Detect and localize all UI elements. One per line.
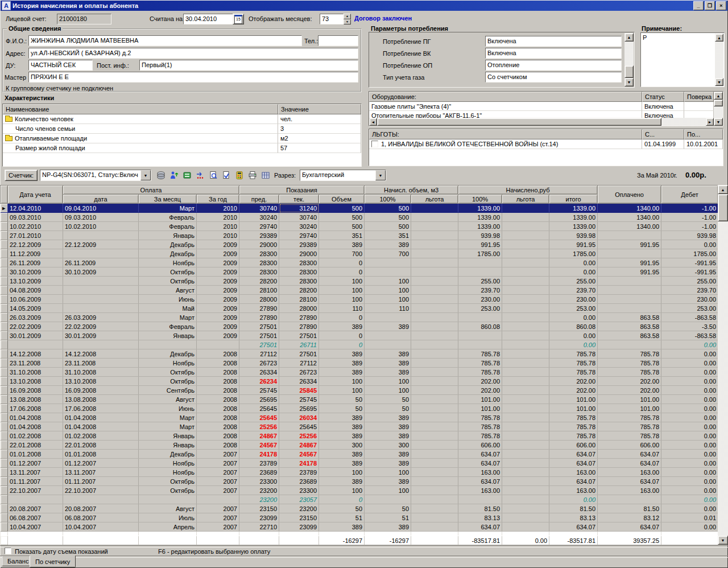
col-header-equipment[interactable]: Оборудование: xyxy=(369,92,642,102)
col-header-tek[interactable]: тек. xyxy=(279,195,319,204)
table-row[interactable]: Газовые плиты "Электа (4)"Включена xyxy=(369,102,723,111)
equipment-hscrollbar[interactable]: ◄ ► xyxy=(369,118,714,126)
table-row[interactable]: 22.02.200922.02.2009Февраль2009275012789… xyxy=(1,322,718,331)
table-row[interactable]: 14.12.200814.12.2008Декабрь2008271122750… xyxy=(1,349,718,359)
col-header-oplacheno[interactable]: Оплачено xyxy=(598,186,661,204)
col-header-data-ucheta[interactable]: Дата учета xyxy=(8,186,63,204)
equipment-vscrollbar[interactable]: ▲ ▼ xyxy=(714,92,723,126)
scroll-down-icon[interactable]: ▼ xyxy=(715,78,723,86)
table-row[interactable]: 13.10.2009Октябрь20092820028300100100255… xyxy=(1,277,718,286)
col-header-100-rub[interactable]: 100% xyxy=(458,195,502,204)
col-header-value[interactable]: Значение xyxy=(278,104,361,114)
scroll-down-icon[interactable]: ▼ xyxy=(718,536,728,545)
scroll-up-icon[interactable]: ▲ xyxy=(624,33,634,42)
close-button[interactable]: × xyxy=(716,1,726,10)
group-header-nachisleno[interactable]: Начислено,руб xyxy=(458,186,598,195)
master-field[interactable]: ПРЯХИН Е Е xyxy=(28,72,358,83)
preview-icon[interactable] xyxy=(208,170,218,180)
consumption-scrollbar[interactable]: ▲ ▼ xyxy=(624,33,634,87)
scroll-down-icon[interactable]: ▼ xyxy=(624,78,634,87)
col-header-za-mes[interactable]: За месяц xyxy=(139,195,197,204)
col-header-obyem[interactable]: Объем xyxy=(319,195,365,204)
card-index-icon[interactable] xyxy=(182,170,192,180)
col-header-name[interactable]: Наименование xyxy=(3,104,278,114)
grid-icon[interactable] xyxy=(260,170,270,180)
spinner-down-icon[interactable]: ▼ xyxy=(344,19,351,25)
col-header-debet[interactable]: Дебет xyxy=(661,186,718,204)
note-textarea[interactable]: Р ▲ ▼ xyxy=(640,32,725,87)
show-reading-date-checkbox[interactable] xyxy=(5,548,11,554)
col-header-100-m3[interactable]: 100% xyxy=(365,195,411,204)
address-field[interactable]: ул.АЛ-НЕВСКИЙ ( БАЗАРНАЯ) д.2 xyxy=(28,48,358,59)
scroll-right-icon[interactable]: ► xyxy=(706,118,714,126)
col-header-to[interactable]: По... xyxy=(684,129,723,139)
list-item[interactable]: Количество человекчел. xyxy=(3,114,361,124)
table-row[interactable]: 16.09.200816.09.2008Сентябрь200825745258… xyxy=(1,386,718,395)
note-scrollbar[interactable]: ▲ ▼ xyxy=(715,34,723,86)
consumption-value-field[interactable]: Отопление xyxy=(485,60,622,71)
col-header-oplata-data[interactable]: дата xyxy=(63,195,139,204)
minimize-button[interactable]: _ xyxy=(693,1,704,10)
device-icon[interactable] xyxy=(234,170,244,180)
months-field[interactable]: 73 xyxy=(320,14,344,24)
database-icon[interactable] xyxy=(156,170,166,180)
scroll-thumb[interactable] xyxy=(718,194,728,221)
table-row[interactable]: 26.03.200926.03.2009Март2009278902789000… xyxy=(1,313,718,322)
list-item[interactable]: Число членов семьи3 xyxy=(3,124,361,134)
col-header-itogo[interactable]: итого xyxy=(549,195,598,204)
table-row[interactable]: 13.10.200813.10.2008Октябрь2008262342633… xyxy=(1,377,718,386)
table-row[interactable]: 01.11.200701.11.2007Октябрь2007233002368… xyxy=(1,477,718,486)
benefit-checkbox[interactable] xyxy=(371,141,378,147)
scroll-up-icon[interactable]: ▲ xyxy=(714,92,723,100)
post-inf-field[interactable]: Первый(1) xyxy=(139,60,358,71)
col-header-benefits[interactable]: ЛЬГОТЫ: xyxy=(369,129,642,139)
scroll-thumb[interactable] xyxy=(714,100,723,106)
person-export-icon[interactable] xyxy=(169,170,179,180)
spinner-up-icon[interactable]: ▲ xyxy=(344,14,351,19)
table-row[interactable]: 01.01.200801.01.2008Декабрь2007241782456… xyxy=(1,450,718,459)
table-row[interactable]: 31.10.200831.10.2008Октябрь2008263342672… xyxy=(1,368,718,377)
table-row[interactable]: 10.02.201010.02.2010Февраль2010297403024… xyxy=(1,222,718,231)
fio-field[interactable]: ЖИНЖИНА ЛЮДМИЛА МАТВЕЕВНА xyxy=(28,35,302,46)
table-row[interactable]: 04.08.2009Август20092810028200100100239.… xyxy=(1,286,718,295)
tab-po-schetchiku[interactable]: По счетчику xyxy=(30,555,76,567)
table-row[interactable]: 01.04.200801.04.2008Март2008256452603438… xyxy=(1,413,718,422)
table-row[interactable]: 01.04.200801.04.2008Март2008252562564538… xyxy=(1,422,718,431)
col-header-lgota-m3[interactable]: льгота xyxy=(411,195,458,204)
transfer-icon[interactable] xyxy=(195,170,205,180)
razrez-dropdown[interactable]: Бухгалтерский ▼ xyxy=(300,170,386,181)
scroll-up-icon[interactable]: ▲ xyxy=(718,185,728,194)
check-doc-icon[interactable] xyxy=(221,170,231,180)
col-header-from[interactable]: С... xyxy=(642,129,684,139)
maximize-button[interactable]: ❐ xyxy=(705,1,715,10)
group-header-oplata[interactable]: Оплата xyxy=(63,186,239,195)
table-row[interactable]: 23.11.200823.11.2008Ноябрь20082672327112… xyxy=(1,359,718,368)
table-row[interactable]: 20.08.200720.08.2007Август20072315023200… xyxy=(1,504,718,513)
counter-button[interactable]: Счетчик: xyxy=(5,170,38,181)
scroll-thumb[interactable] xyxy=(377,118,661,126)
table-row[interactable]: 1, ИНВАЛИДЫ ВЕЛИКОЙ ОТЕЧЕСТВЕННОЙ ВОЙНЫ … xyxy=(369,139,723,149)
table-row[interactable]: 27.01.2010Январь20102938929740351351939.… xyxy=(1,231,718,240)
table-row[interactable]: 09.03.201009.03.2010Февраль2010302403074… xyxy=(1,213,718,222)
table-row[interactable]: 275012671100.000.00 xyxy=(1,340,718,349)
account-field[interactable]: 21000180 xyxy=(57,14,111,24)
col-header-za-god[interactable]: За год xyxy=(197,195,239,204)
col-header-pred[interactable]: пред. xyxy=(239,195,279,204)
tel-field[interactable] xyxy=(318,35,358,46)
table-row[interactable]: 13.11.200713.11.2007Ноябрь20072368923789… xyxy=(1,468,718,477)
table-row[interactable]: 06.08.200706.08.2007Июль2007230992315051… xyxy=(1,513,718,522)
calendar-button[interactable]: 15 xyxy=(233,14,244,24)
counter-dropdown[interactable]: NP-G4(SN:063071, Статус:Включ ▼ xyxy=(40,170,151,181)
table-row[interactable]: 13.08.200813.08.2008Август20082569525745… xyxy=(1,395,718,404)
table-row[interactable]: 10.06.2009Июнь20092800028100100100230.00… xyxy=(1,295,718,304)
scroll-left-icon[interactable]: ◄ xyxy=(369,118,377,126)
list-item[interactable]: Размер жилой площади57 xyxy=(3,143,361,153)
table-row[interactable]: 01.02.200801.02.2008Январь20082486725256… xyxy=(1,431,718,441)
scroll-down-icon[interactable]: ▼ xyxy=(714,118,723,126)
table-row[interactable]: 22.12.200922.12.2009Декабрь2009290002938… xyxy=(1,240,718,249)
table-row[interactable]: 22.01.200822.01.2008Январь20082456724867… xyxy=(1,441,718,450)
table-row[interactable]: 232002305700.000.00 xyxy=(1,495,718,504)
list-item[interactable]: Отапливаемые площадим2 xyxy=(3,134,361,143)
date-field[interactable]: 30.04.2010 xyxy=(183,14,233,24)
consumption-value-field[interactable]: Включена xyxy=(485,48,622,59)
